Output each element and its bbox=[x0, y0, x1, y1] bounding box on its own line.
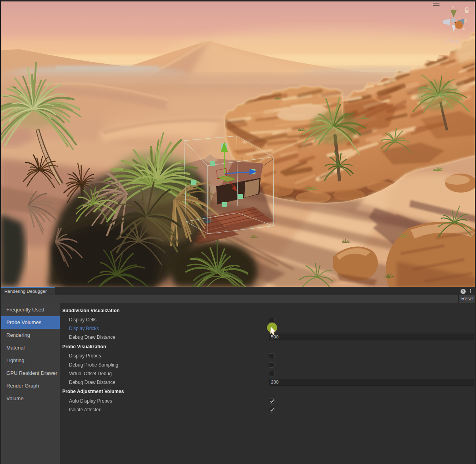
svg-text:z: z bbox=[465, 18, 467, 23]
svg-text:x: x bbox=[463, 27, 465, 31]
svg-text:y: y bbox=[452, 5, 454, 9]
svg-text:‹ Persp: ‹ Persp bbox=[444, 38, 460, 44]
